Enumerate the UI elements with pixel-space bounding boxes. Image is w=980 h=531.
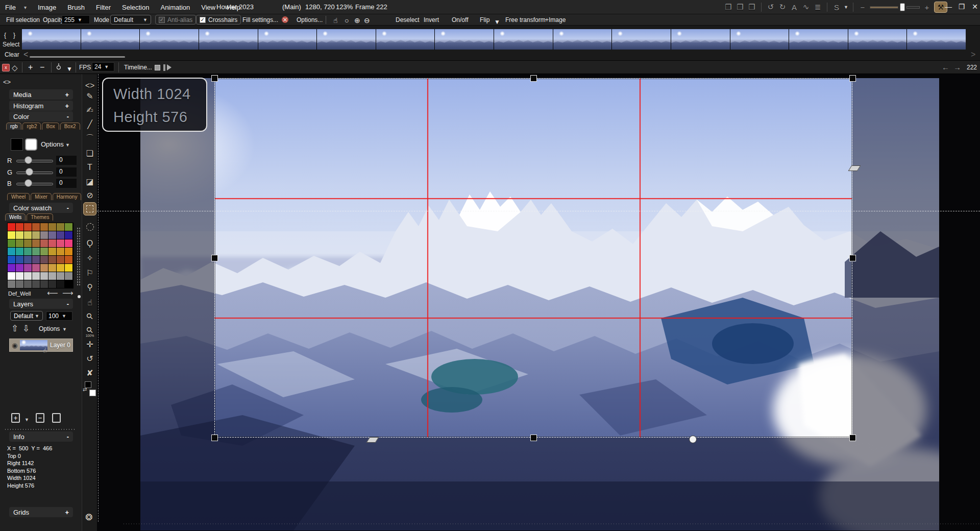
play-bar-icon[interactable] xyxy=(163,64,165,71)
swatch-cell[interactable] xyxy=(16,248,23,255)
info-section-bar[interactable]: Info- xyxy=(9,431,73,442)
chevron-down-icon[interactable]: ▼ xyxy=(66,65,72,73)
swatch-cell[interactable] xyxy=(32,264,40,272)
swatch-cell[interactable] xyxy=(40,239,48,247)
onoff-button[interactable]: On/off xyxy=(452,16,468,23)
swatch-cell[interactable] xyxy=(57,256,64,263)
options-button[interactable]: Options... xyxy=(297,16,323,23)
gradient-tool[interactable]: ◪ xyxy=(82,175,97,188)
r-value[interactable]: 0 xyxy=(56,156,77,165)
menu-file[interactable]: File xyxy=(5,4,16,11)
swatch-cell[interactable] xyxy=(24,248,32,255)
swatch-cell[interactable] xyxy=(40,248,48,255)
swatch-cell[interactable] xyxy=(65,223,72,231)
selection-handle-bottom-left[interactable] xyxy=(211,435,218,441)
swatch-cell[interactable] xyxy=(8,248,15,255)
add-frame-button[interactable]: + xyxy=(28,63,33,72)
brush-size-handle[interactable] xyxy=(900,3,905,11)
stop-icon[interactable] xyxy=(155,65,160,70)
scroll-left-icon[interactable]: < xyxy=(23,50,28,59)
swatch-cell[interactable] xyxy=(65,256,72,263)
swatch-cell[interactable] xyxy=(32,280,40,288)
menu-view[interactable]: View xyxy=(201,4,215,11)
bracket-open-button[interactable]: { xyxy=(4,32,6,39)
selection-handle-top-right[interactable] xyxy=(849,75,856,82)
layers-section-bar[interactable]: Layers- xyxy=(9,299,73,309)
timeline-close-button[interactable]: x xyxy=(2,64,10,71)
scroll-right-icon[interactable]: > xyxy=(971,50,975,59)
lightbulb-icon[interactable]: ⚲ xyxy=(56,63,61,71)
swatch-cell[interactable] xyxy=(16,223,23,231)
canvas-bottom-scrollbar[interactable] xyxy=(122,523,980,525)
swatch-cell[interactable] xyxy=(24,280,32,288)
swatch-cell[interactable] xyxy=(24,239,32,247)
opacity-value-dropdown[interactable]: 255▼ xyxy=(62,15,90,24)
pan-hand-icon[interactable]: ☝ xyxy=(333,16,338,25)
selection-handle-mid-right[interactable] xyxy=(849,255,856,261)
swatch-cell[interactable] xyxy=(57,223,64,231)
airbrush-tool[interactable]: ✎ xyxy=(82,89,97,103)
swatch-cell[interactable] xyxy=(57,231,64,239)
undo-tool[interactable]: ↺ xyxy=(82,352,97,365)
layer-down-icon[interactable]: ⇩ xyxy=(22,323,30,334)
zoom-out-icon[interactable]: ⊖ xyxy=(364,16,370,25)
menu-selection[interactable]: Selection xyxy=(122,4,149,11)
fill-selection-button[interactable]: Fill selection xyxy=(6,16,40,23)
bracket-close-button[interactable]: } xyxy=(13,32,15,39)
swatch-cell[interactable] xyxy=(57,272,64,280)
menu-brush[interactable]: Brush xyxy=(67,4,85,11)
swatch-cell[interactable] xyxy=(65,248,72,255)
filmstrip-frame[interactable] xyxy=(22,29,81,50)
menu-animation[interactable]: Animation xyxy=(160,4,190,11)
auto-apply-icon[interactable]: A xyxy=(790,3,799,12)
collapse-icon[interactable]: - xyxy=(67,433,69,441)
line-tool[interactable]: ╱ xyxy=(82,117,97,131)
tab-rgb2[interactable]: rgb2 xyxy=(22,123,41,130)
swatch-cell[interactable] xyxy=(32,272,40,280)
preset-brush-2-icon[interactable]: ❒ xyxy=(736,3,745,12)
swatch-cell[interactable] xyxy=(57,239,64,247)
close-button[interactable]: ✕ xyxy=(968,3,980,11)
swatch-cell[interactable] xyxy=(48,256,56,263)
swatch-cell[interactable] xyxy=(8,231,15,239)
restore-button[interactable]: ❐ xyxy=(955,3,968,11)
filmstrip-frame[interactable] xyxy=(376,29,435,50)
prev-well-icon[interactable]: ⟵ xyxy=(47,288,58,298)
media-section-bar[interactable]: Media+ xyxy=(9,89,73,100)
swatch-cell[interactable] xyxy=(8,280,15,288)
next-frame-icon[interactable]: → xyxy=(953,63,961,71)
zoom-in-icon[interactable]: ⊕ xyxy=(354,16,360,25)
new-page-button[interactable] xyxy=(52,413,61,423)
filmstrip-frame[interactable] xyxy=(258,29,317,50)
brush-size-plus[interactable]: + xyxy=(922,3,932,12)
filmstrip-frame[interactable] xyxy=(553,29,612,50)
cut-x-tool[interactable]: ✘ xyxy=(82,366,97,379)
filmstrip-frame[interactable] xyxy=(789,29,848,50)
layer-row[interactable]: ◉ Layer 0 xyxy=(9,339,73,352)
chevron-down-icon[interactable]: ▼ xyxy=(65,142,70,148)
swatch-cell[interactable] xyxy=(40,272,48,280)
filmstrip-scrollbar[interactable] xyxy=(30,56,125,58)
tab-mixer[interactable]: Mixer xyxy=(31,193,51,200)
swatch-cell[interactable] xyxy=(32,223,40,231)
chevron-down-icon[interactable]: ▼ xyxy=(62,327,67,332)
swatch-cell[interactable] xyxy=(40,280,48,288)
collapse-icon[interactable]: - xyxy=(67,113,69,120)
swatch-cell[interactable] xyxy=(65,280,72,288)
expand-icon[interactable]: + xyxy=(65,91,69,99)
pin-tool[interactable]: ⚲ xyxy=(82,280,97,294)
swatch-cell[interactable] xyxy=(8,264,15,272)
tab-wheel[interactable]: Wheel xyxy=(7,193,30,200)
histogram-section-bar[interactable]: Histogram+ xyxy=(9,101,73,111)
brush-size-slider-right[interactable] xyxy=(906,6,920,9)
minimize-button[interactable]: — xyxy=(942,3,955,11)
next-well-icon[interactable]: ⟶ xyxy=(62,288,74,298)
plus-image-button[interactable]: +Image xyxy=(545,16,566,23)
swatch-cell[interactable] xyxy=(24,264,32,272)
preset-brush-1-icon[interactable]: ❒ xyxy=(724,3,733,12)
chevron-down-icon[interactable]: ▼ xyxy=(844,5,848,10)
swatch-cell[interactable] xyxy=(8,272,15,280)
swatch-cell[interactable] xyxy=(48,248,56,255)
select-button[interactable]: Select xyxy=(3,41,19,48)
swatch-cell[interactable] xyxy=(40,264,48,272)
